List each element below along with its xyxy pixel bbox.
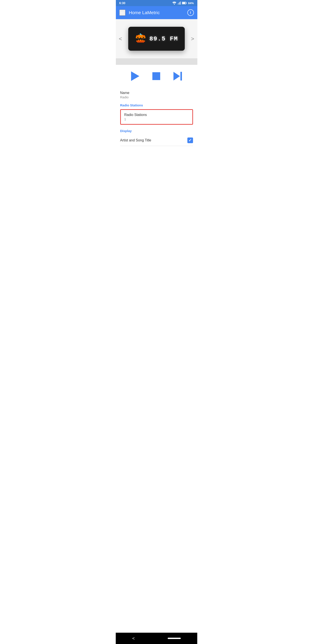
device-screen: 89.5 FM	[131, 33, 182, 44]
device-preview: <	[116, 19, 197, 58]
svg-rect-21	[137, 39, 144, 40]
svg-rect-19	[143, 37, 144, 38]
skip-button[interactable]	[171, 70, 184, 83]
back-button[interactable]: ←	[119, 10, 125, 16]
device-image: 89.5 FM	[128, 27, 185, 51]
svg-rect-2	[178, 3, 179, 4]
svg-rect-7	[186, 2, 187, 4]
svg-rect-23	[140, 40, 141, 40]
svg-rect-26	[137, 42, 144, 43]
status-icons: 84%	[172, 2, 194, 5]
status-bar: 6:30 84%	[116, 0, 197, 6]
svg-rect-18	[137, 37, 138, 38]
radio-stations-box[interactable]: Radio Stations 1	[120, 109, 193, 125]
radio-stations-section: Radio Stations Radio Stations 1	[120, 103, 193, 125]
svg-rect-22	[138, 40, 139, 40]
name-value: Radio	[120, 95, 193, 99]
radio-stations-header: Radio Stations	[120, 103, 193, 107]
content-section: Name Radio Radio Stations Radio Stations…	[116, 88, 197, 150]
battery-percent: 84%	[188, 2, 194, 5]
svg-rect-27	[140, 34, 141, 35]
carousel-right-button[interactable]: >	[189, 33, 196, 44]
pumpkin-icon	[135, 33, 146, 44]
svg-rect-6	[182, 2, 185, 4]
svg-rect-25	[136, 40, 145, 42]
svg-rect-20	[140, 38, 141, 38]
info-button[interactable]: i	[187, 9, 194, 16]
display-header: Display	[120, 129, 193, 133]
carousel-left-button[interactable]: <	[117, 33, 124, 44]
app-bar-title: Home LaMetric	[129, 10, 187, 15]
name-label: Name	[120, 91, 193, 95]
device-radio-text: 89.5 FM	[149, 36, 178, 42]
app-bar: ← Home LaMetric i	[116, 6, 197, 19]
artist-song-row: Artist and Song Title ✓	[120, 135, 193, 146]
controls-section	[116, 65, 197, 88]
display-section: Display Artist and Song Title ✓	[120, 129, 193, 146]
signal-icon	[178, 2, 181, 4]
play-button[interactable]	[129, 69, 141, 83]
stop-icon	[152, 72, 160, 80]
stations-box-title: Radio Stations	[124, 113, 189, 117]
svg-rect-10	[138, 35, 140, 36]
svg-point-0	[174, 4, 175, 4]
artist-song-checkbox[interactable]: ✓	[187, 138, 193, 143]
stations-box-count: 1	[124, 117, 189, 121]
svg-rect-16	[140, 36, 141, 36]
checkmark-icon: ✓	[188, 138, 192, 142]
artist-song-label: Artist and Song Title	[120, 138, 151, 142]
battery-icon	[182, 2, 187, 4]
svg-rect-17	[143, 36, 145, 36]
wifi-icon	[172, 2, 176, 4]
skip-icon	[173, 72, 182, 80]
svg-rect-3	[179, 2, 180, 4]
separator-strip	[116, 58, 197, 65]
svg-rect-4	[180, 2, 181, 4]
svg-rect-15	[136, 36, 138, 36]
play-icon	[131, 71, 139, 81]
svg-rect-1	[178, 4, 178, 4]
svg-rect-24	[142, 40, 143, 40]
svg-rect-28	[141, 34, 142, 35]
name-field-group: Name Radio	[120, 91, 193, 99]
stop-button[interactable]	[150, 70, 162, 82]
status-time: 6:30	[119, 1, 125, 5]
